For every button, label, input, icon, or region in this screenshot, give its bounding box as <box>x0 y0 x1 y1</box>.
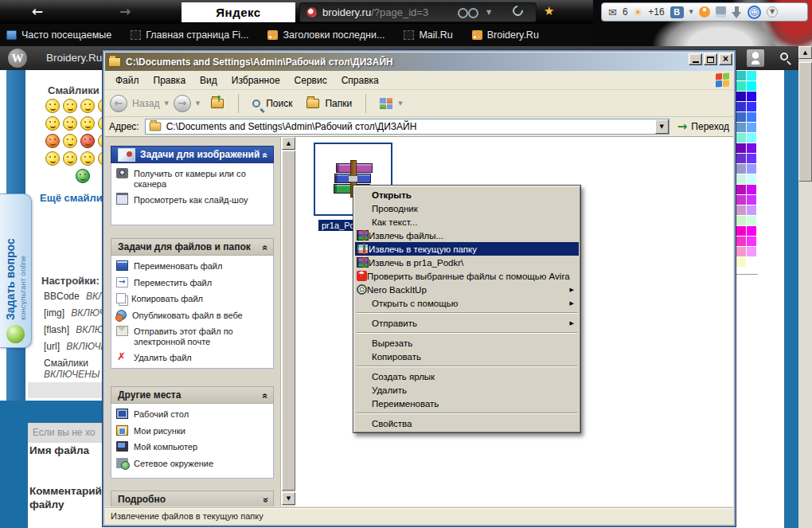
search-button[interactable]: Поиск <box>247 95 298 112</box>
chevron-down-icon[interactable]: « <box>260 498 271 503</box>
task-item[interactable]: Отправить этот файл по электронной почте <box>116 327 268 346</box>
palette-swatch[interactable] <box>747 102 756 111</box>
palette-swatch[interactable] <box>747 154 756 163</box>
address-input[interactable]: C:\Documents and Settings\Admin\Рабочий … <box>145 119 670 135</box>
vk-button[interactable]: В <box>670 6 684 18</box>
facebook-icon[interactable] <box>716 6 726 18</box>
window-titlebar[interactable]: C:\Documents and Settings\Admin\Рабочий … <box>105 53 733 71</box>
palette-swatch[interactable] <box>747 195 756 205</box>
site-title[interactable]: Broidery.Ru <box>46 52 102 64</box>
smiley-icon[interactable] <box>63 116 77 131</box>
palette-swatch[interactable] <box>736 237 746 246</box>
smiley-icon[interactable] <box>63 151 77 166</box>
palette-swatch[interactable] <box>736 185 746 194</box>
bookmark-star-icon[interactable]: ★ <box>544 4 554 18</box>
task-item[interactable]: Просмотреть как слайд-шоу <box>116 195 268 205</box>
context-menu-item[interactable]: Создать ярлык <box>355 370 579 383</box>
close-button[interactable]: × <box>719 53 732 65</box>
scroll-up-button[interactable]: ▲ <box>282 137 295 150</box>
context-menu-item[interactable]: Извлечь файлы... <box>355 229 579 242</box>
back-button[interactable]: ← <box>110 95 127 112</box>
palette-swatch[interactable] <box>747 92 756 101</box>
chevron-down-icon[interactable]: ▼ <box>689 9 693 15</box>
palette-swatch[interactable] <box>736 247 746 256</box>
task-item[interactable]: Удалить файл <box>116 353 268 363</box>
maximize-button[interactable] <box>704 53 717 65</box>
smiley-icon[interactable] <box>45 134 60 148</box>
browser-back-button[interactable]: ← <box>32 3 43 19</box>
browser-forward-button[interactable]: → <box>119 3 131 19</box>
palette-swatch[interactable] <box>747 247 756 256</box>
smiley-icon[interactable] <box>45 151 60 166</box>
readability-glasses-icon[interactable] <box>458 8 478 16</box>
scrollbar-thumb[interactable] <box>282 151 295 491</box>
place-item[interactable]: Рабочий стол <box>116 409 268 420</box>
context-menu-item[interactable]: Открыть с помощью <box>355 296 579 310</box>
context-menu-item[interactable]: Удалить <box>355 383 579 397</box>
palette-swatch[interactable] <box>747 164 756 174</box>
smiley-icon[interactable] <box>63 134 77 148</box>
context-menu-item[interactable]: Проводник <box>355 201 579 215</box>
forward-dropdown-icon[interactable]: ▼ <box>196 100 200 107</box>
palette-swatch[interactable] <box>736 112 746 122</box>
smiley-icon[interactable] <box>80 151 95 166</box>
setting-tag[interactable]: [url] <box>44 341 60 352</box>
context-menu-item[interactable]: Свойства <box>355 417 579 430</box>
context-menu-item[interactable]: Как текст... <box>355 215 579 229</box>
context-menu-item[interactable] <box>355 330 579 336</box>
go-label[interactable]: Переход <box>691 121 729 132</box>
scroll-up-button[interactable]: ▲ <box>798 46 812 59</box>
context-menu-item[interactable]: Открыть <box>355 188 579 201</box>
context-menu-item[interactable] <box>355 410 579 417</box>
smiley-icon[interactable] <box>80 116 95 131</box>
ask-question-tab[interactable]: Задать вопрос консультант online <box>0 194 32 348</box>
palette-swatch[interactable] <box>736 133 746 143</box>
palette-swatch[interactable] <box>736 81 746 91</box>
menu-item[interactable]: Справка <box>334 72 386 88</box>
palette-swatch[interactable] <box>747 123 756 132</box>
download-arrow-icon[interactable] <box>732 6 742 18</box>
palette-swatch[interactable] <box>747 185 756 194</box>
palette-swatch[interactable] <box>736 257 746 267</box>
menu-item[interactable]: Правка <box>146 72 193 88</box>
smiley-icon[interactable] <box>76 169 90 183</box>
bookmark-item[interactable]: Заголовки последни... <box>267 29 385 41</box>
task-item[interactable]: Опубликовать файл в вебе <box>116 311 268 321</box>
context-menu-item[interactable]: Извлечь в pr1a_Podkr\ <box>355 256 579 269</box>
back-dropdown-icon[interactable]: ▼ <box>164 100 168 107</box>
yandex-smiley-icon[interactable]: ☺ <box>748 6 761 19</box>
palette-swatch[interactable] <box>736 216 746 225</box>
browser-scrollbar[interactable]: ▲ <box>798 46 812 528</box>
context-menu-item[interactable]: Копировать <box>355 350 579 363</box>
palette-swatch[interactable] <box>736 195 746 205</box>
minimize-button[interactable] <box>689 53 702 65</box>
smiley-icon[interactable] <box>45 116 60 131</box>
smiley-icon[interactable] <box>63 99 77 113</box>
search-icon[interactable] <box>780 53 788 61</box>
url-field[interactable]: broidery.ru/?page_id=3 <box>299 2 537 22</box>
palette-swatch[interactable] <box>747 174 756 184</box>
palette-swatch[interactable] <box>736 71 746 80</box>
palette-swatch[interactable] <box>736 226 746 236</box>
task-item[interactable]: Переместить файл <box>116 278 268 288</box>
chevron-up-icon[interactable]: « <box>260 245 271 251</box>
chevron-up-icon[interactable]: « <box>260 153 271 158</box>
bookmark-item[interactable]: Часто посещаемые <box>6 29 111 41</box>
task-item[interactable]: Получить от камеры или со сканера <box>116 169 268 189</box>
palette-swatch[interactable] <box>747 257 756 267</box>
palette-swatch[interactable] <box>736 143 746 153</box>
context-menu-item[interactable] <box>355 363 579 370</box>
palette-swatch[interactable] <box>747 81 756 91</box>
context-menu-item[interactable]: Извлечь в текущую папку <box>355 242 579 256</box>
scrollbar-thumb[interactable] <box>798 62 812 182</box>
context-menu-item[interactable]: Отправить <box>355 316 579 330</box>
palette-swatch[interactable] <box>736 174 746 184</box>
palette-swatch[interactable] <box>747 226 756 236</box>
setting-tag[interactable]: [img] <box>44 307 64 319</box>
task-item[interactable]: Копировать файл <box>116 294 268 304</box>
palette-swatch[interactable] <box>736 164 746 174</box>
setting-tag[interactable]: BBCode <box>44 291 80 302</box>
palette-swatch[interactable] <box>747 71 756 80</box>
bookmark-item[interactable]: Mail.Ru <box>404 29 452 41</box>
context-menu-item[interactable]: Переименовать <box>355 397 579 410</box>
